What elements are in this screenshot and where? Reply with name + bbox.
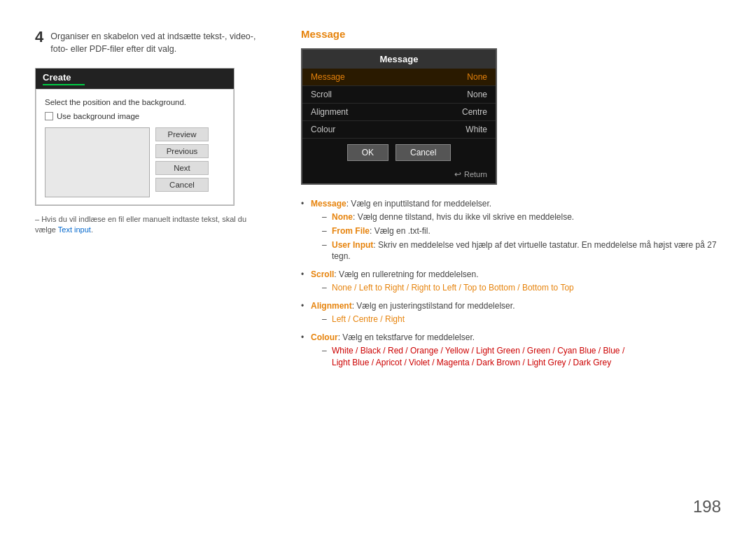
message-ok-button[interactable]: OK [347, 144, 388, 161]
create-controls: Preview Previous Next Cancel [45, 127, 225, 197]
create-dialog-titlebar: Create [36, 69, 234, 89]
bullet-list: Message: Vælg en inputtilstand for medde… [301, 197, 721, 368]
message-row-colour-value: White [465, 125, 487, 134]
use-background-checkbox[interactable]: Use background image [45, 112, 225, 120]
message-row-alignment-value: Centre [462, 107, 487, 117]
bullet-colour-term: Colour [311, 332, 338, 342]
message-row-alignment: Alignment Centre [302, 104, 496, 121]
message-dialog-footer: ↩ Return [302, 167, 496, 183]
message-row-message: Message None [302, 69, 496, 86]
bullet-alignment-text: : Vælg en justeringstilstand for meddele… [352, 301, 515, 311]
bullet-scroll-sublist: None / Left to Right / Right to Left / T… [311, 282, 721, 294]
bullet-message-term: Message [311, 199, 346, 209]
message-row-message-label: Message [311, 72, 345, 82]
checkbox-icon[interactable] [45, 112, 53, 120]
return-label: Return [464, 170, 487, 178]
select-position-text: Select the position and the background. [45, 98, 225, 106]
sub-colour-options: White / Black / Red / Orange / Yellow / … [322, 345, 721, 369]
cancel-button[interactable]: Cancel [155, 178, 209, 192]
step-number: 4 [35, 28, 43, 46]
bullet-scroll: Scroll: Vælg en rulleretning for meddele… [301, 268, 721, 294]
bullet-colour-text: : Vælg en tekstfarve for meddelelser. [338, 332, 475, 342]
message-row-scroll: Scroll None [302, 86, 496, 104]
bullet-alignment-sublist: Left / Centre / Right [311, 314, 721, 325]
sub-from-file: From File: Vælg en .txt-fil. [322, 225, 721, 237]
hint-text: – Hvis du vil indlæse en fil eller manue… [35, 214, 259, 236]
bullet-message-sublist: None: Vælg denne tilstand, hvis du ikke … [311, 211, 721, 262]
message-row-colour: Colour White [302, 121, 496, 139]
sub-user-input: User Input: Skriv en meddelelse ved hjæl… [322, 239, 721, 263]
message-dialog-buttons: OK Cancel [302, 139, 496, 167]
dialog-buttons: Preview Previous Next Cancel [155, 127, 209, 197]
message-heading: Message [301, 28, 721, 40]
sub-scroll-options: None / Left to Right / Right to Left / T… [322, 282, 721, 294]
create-dialog-body: Select the position and the background. … [36, 89, 234, 205]
step-intro: 4 Organiser en skabelon ved at indsætte … [35, 28, 259, 55]
bullet-message-text: : Vælg en inputtilstand for meddelelser. [346, 199, 491, 209]
right-section: Message Message Message None Scroll None… [301, 28, 721, 374]
preview-button[interactable]: Preview [155, 127, 209, 141]
create-dialog: Create Select the position and the backg… [35, 68, 234, 206]
message-row-alignment-label: Alignment [311, 107, 348, 117]
bullet-message: Message: Vælg en inputtilstand for medde… [301, 197, 721, 262]
message-row-scroll-label: Scroll [311, 90, 332, 99]
next-button[interactable]: Next [155, 161, 209, 175]
bullet-colour-sublist: White / Black / Red / Orange / Yellow / … [311, 345, 721, 369]
message-cancel-button[interactable]: Cancel [396, 144, 451, 161]
sub-alignment-options: Left / Centre / Right [322, 314, 721, 325]
message-row-scroll-value: None [467, 90, 487, 99]
previous-button[interactable]: Previous [155, 144, 209, 158]
text-input-link: Text input [58, 225, 91, 234]
message-dialog-title: Message [302, 50, 496, 69]
page-number: 198 [693, 497, 721, 517]
bullet-scroll-term: Scroll [311, 269, 334, 279]
bullet-colour: Colour: Vælg en tekstfarve for meddelels… [301, 331, 721, 369]
left-section: 4 Organiser en skabelon ved at indsætte … [35, 28, 259, 374]
create-dialog-title: Create [43, 72, 85, 83]
bullet-alignment-term: Alignment [311, 301, 352, 311]
return-icon: ↩ [454, 169, 461, 179]
hint-suffix: . [91, 225, 93, 234]
message-row-colour-label: Colour [311, 125, 335, 134]
step-description: Organiser en skabelon ved at indsætte te… [50, 31, 259, 55]
bullet-alignment: Alignment: Vælg en justeringstilstand fo… [301, 300, 721, 325]
bullet-scroll-text: : Vælg en rulleretning for meddelelsen. [334, 269, 478, 279]
preview-area [45, 127, 150, 197]
create-title-underline [43, 84, 85, 85]
message-row-message-value: None [467, 72, 487, 82]
message-dialog: Message Message None Scroll None Alignme… [301, 48, 497, 185]
sub-none: None: Vælg denne tilstand, hvis du ikke … [322, 211, 721, 223]
use-background-label: Use background image [57, 112, 139, 120]
